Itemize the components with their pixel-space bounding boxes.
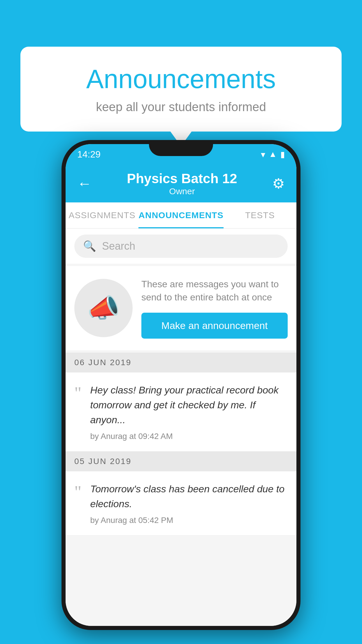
wifi-icon: ▾: [261, 149, 265, 160]
date-separator-2: 05 JUN 2019: [66, 452, 296, 471]
announcement-text-1: Hey class! Bring your practical record b…: [90, 383, 288, 427]
quote-icon-2: ": [74, 483, 82, 501]
tab-announcements[interactable]: ANNOUNCEMENTS: [138, 202, 223, 228]
announcement-meta-2: by Anurag at 05:42 PM: [90, 516, 288, 525]
content-area: 🔍 Search 📣 These are messages you want t…: [66, 229, 296, 626]
app-header: ← Physics Batch 12 Owner ⚙: [66, 164, 296, 202]
date-separator-1: 06 JUN 2019: [66, 353, 296, 372]
back-button[interactable]: ←: [77, 175, 92, 192]
signal-icon: ▲: [269, 150, 277, 159]
megaphone-icon: 📣: [87, 293, 120, 323]
status-time: 14:29: [77, 149, 101, 160]
tab-tests[interactable]: TESTS: [224, 202, 296, 228]
phone-device: 14:29 ▾ ▲ ▮ ← Physics Batch 12 Owner ⚙ A…: [61, 140, 301, 630]
announcement-content-1: Hey class! Bring your practical record b…: [90, 383, 288, 441]
settings-icon[interactable]: ⚙: [272, 175, 285, 192]
announcement-content-2: Tomorrow's class has been cancelled due …: [90, 482, 288, 525]
megaphone-circle: 📣: [74, 279, 133, 337]
speech-bubble: Announcements keep all your students inf…: [20, 47, 342, 132]
header-center: Physics Batch 12 Owner: [127, 171, 237, 196]
bubble-subtitle: keep all your students informed: [44, 100, 318, 114]
search-placeholder: Search: [102, 240, 135, 252]
quote-icon-1: ": [74, 384, 82, 402]
announcement-item-1[interactable]: " Hey class! Bring your practical record…: [66, 372, 296, 452]
phone-wrapper: 14:29 ▾ ▲ ▮ ← Physics Batch 12 Owner ⚙ A…: [61, 140, 301, 630]
battery-icon: ▮: [280, 150, 285, 159]
phone-screen: 14:29 ▾ ▲ ▮ ← Physics Batch 12 Owner ⚙ A…: [66, 144, 296, 626]
tabs-bar: ASSIGNMENTS ANNOUNCEMENTS TESTS: [66, 202, 296, 229]
announcement-text-2: Tomorrow's class has been cancelled due …: [90, 482, 288, 511]
announcement-meta-1: by Anurag at 09:42 AM: [90, 432, 288, 441]
promo-description: These are messages you want to send to t…: [141, 278, 288, 304]
promo-right: These are messages you want to send to t…: [141, 278, 288, 339]
batch-role: Owner: [127, 186, 237, 196]
status-icons: ▾ ▲ ▮: [261, 149, 285, 160]
announcement-promo: 📣 These are messages you want to send to…: [66, 266, 296, 350]
announcement-item-2[interactable]: " Tomorrow's class has been cancelled du…: [66, 471, 296, 536]
make-announcement-button[interactable]: Make an announcement: [141, 313, 288, 339]
phone-notch: [149, 140, 213, 156]
bubble-title: Announcements: [44, 64, 318, 94]
batch-title: Physics Batch 12: [127, 171, 237, 186]
search-bar[interactable]: 🔍 Search: [74, 235, 288, 258]
search-section: 🔍 Search: [66, 229, 296, 264]
speech-bubble-section: Announcements keep all your students inf…: [20, 47, 342, 132]
tab-assignments[interactable]: ASSIGNMENTS: [66, 202, 138, 228]
search-icon: 🔍: [83, 240, 96, 252]
